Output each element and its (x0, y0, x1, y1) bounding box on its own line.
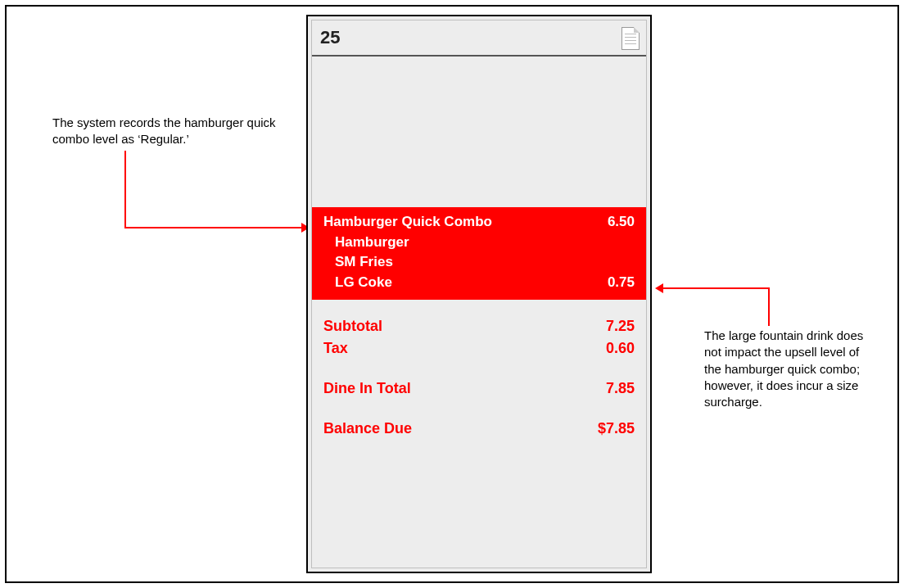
order-items-block: Hamburger Quick Combo 6.50 Hamburger SM … (312, 207, 646, 300)
balance-row: Balance Due $7.85 (323, 418, 635, 440)
order-number: 25 (320, 27, 340, 47)
receipt-panel: 25 Hamburger Quick Combo 6.50 Hamburger … (306, 15, 652, 573)
order-subitem-3-price: 0.75 (608, 273, 635, 293)
order-subitem-3: LG Coke 0.75 (323, 273, 635, 293)
receipt-icon (622, 27, 640, 50)
combo-price: 6.50 (608, 212, 635, 233)
annotation-right: The large fountain drink does not impact… (704, 328, 876, 410)
connector-left-vertical (124, 151, 126, 228)
subtotal-row: Subtotal 7.25 (323, 315, 635, 337)
combo-name: Hamburger Quick Combo (323, 212, 492, 233)
connector-right-vertical (768, 287, 770, 326)
tax-label: Tax (323, 337, 348, 360)
receipt-header: 25 (312, 20, 646, 57)
annotation-left: The system records the hamburger quick c… (52, 115, 295, 148)
balance-label: Balance Due (323, 418, 412, 440)
connector-left-horizontal (124, 227, 306, 228)
order-item-combo: Hamburger Quick Combo 6.50 (323, 212, 635, 233)
subtotal-label: Subtotal (323, 315, 382, 337)
order-subitem-3-name: LG Coke (323, 273, 392, 293)
figure-frame: The system records the hamburger quick c… (5, 5, 899, 583)
subtotal-value: 7.25 (606, 315, 635, 337)
tax-row: Tax 0.60 (323, 337, 635, 360)
order-subitem-1: Hamburger (323, 233, 635, 253)
dinein-value: 7.85 (606, 378, 635, 400)
dinein-label: Dine In Total (323, 378, 411, 400)
balance-value: $7.85 (598, 418, 635, 440)
tax-value: 0.60 (606, 337, 635, 360)
totals-block: Subtotal 7.25 Tax 0.60 Dine In Total 7.8… (323, 315, 635, 440)
connector-right-horizontal (662, 287, 770, 289)
dinein-row: Dine In Total 7.85 (323, 378, 635, 400)
order-subitem-2: SM Fries (323, 252, 635, 273)
receipt-panel-inner: 25 Hamburger Quick Combo 6.50 Hamburger … (311, 20, 647, 568)
